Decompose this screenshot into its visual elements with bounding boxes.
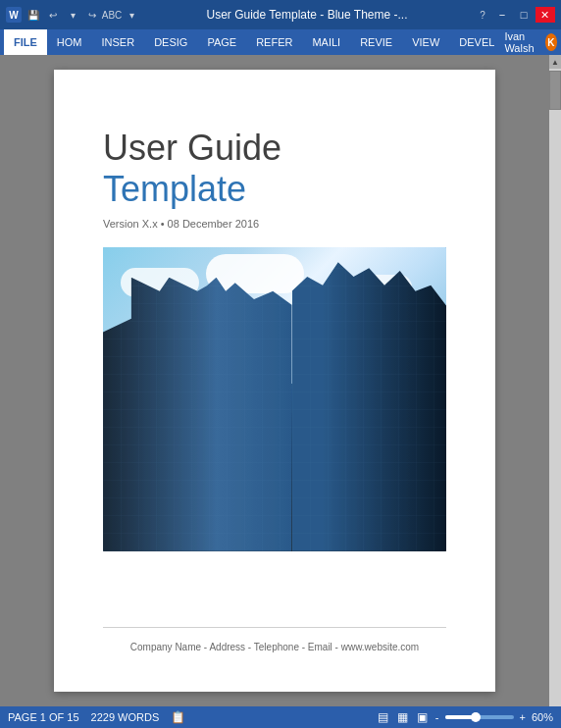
tab-developer[interactable]: DEVEL [449, 29, 504, 55]
minimize-button[interactable]: − [492, 7, 512, 23]
spelling-icon[interactable]: ABC [104, 7, 120, 23]
document-page: User Guide Template Version X.x • 08 Dec… [54, 70, 495, 692]
zoom-level: 60% [532, 711, 553, 723]
tab-insert[interactable]: INSER [92, 29, 145, 55]
tab-references[interactable]: REFER [246, 29, 302, 55]
user-name: Ivan Walsh [504, 30, 540, 54]
title-bar: W 💾 ↩ ▾ ↪ ABC ▾ User Guide Template - Bl… [0, 0, 561, 29]
save-icon[interactable]: 💾 [26, 7, 41, 23]
page-count: PAGE 1 OF 15 [8, 711, 79, 723]
tab-view[interactable]: VIEW [402, 29, 449, 55]
tab-design[interactable]: DESIG [144, 29, 197, 55]
word-count: 2229 WORDS [91, 711, 160, 723]
layout-icon-2[interactable]: ▦ [396, 710, 410, 724]
scroll-thumb[interactable] [549, 71, 561, 110]
help-button[interactable]: ? [475, 7, 490, 23]
maximize-button[interactable]: □ [514, 7, 534, 23]
tab-review[interactable]: REVIE [350, 29, 402, 55]
page-footer: Company Name - Address - Telephone - Ema… [103, 627, 446, 652]
page-title-line1: User Guide [103, 129, 446, 168]
quick-access-dropdown[interactable]: ▾ [124, 7, 139, 23]
undo-dropdown-icon[interactable]: ▾ [65, 7, 80, 23]
layout-icon-3[interactable]: ▣ [416, 710, 430, 724]
zoom-minus[interactable]: - [435, 711, 439, 723]
page-version: Version X.x • 08 December 2016 [103, 218, 446, 230]
tab-home[interactable]: HOM [47, 29, 92, 55]
tab-file[interactable]: FILE [4, 29, 47, 55]
scroll-up-arrow[interactable]: ▲ [549, 55, 561, 69]
building-left [103, 278, 292, 551]
tab-mailings[interactable]: MAILI [302, 29, 350, 55]
page-title-line2: Template [103, 168, 446, 210]
zoom-slider-handle[interactable] [471, 712, 481, 722]
user-avatar: K [545, 33, 557, 51]
ribbon: FILE HOM INSER DESIG PAGE REFER MAILI RE… [0, 29, 561, 55]
word-icon: W [6, 7, 22, 23]
document-area: User Guide Template Version X.x • 08 Dec… [0, 55, 561, 706]
redo-icon[interactable]: ↪ [84, 7, 100, 23]
grid-overlay-left [103, 278, 292, 551]
user-menu[interactable]: Ivan Walsh K [504, 30, 557, 54]
title-bar-left: W 💾 ↩ ▾ ↪ ABC ▾ [6, 7, 139, 23]
zoom-slider-fill [445, 715, 473, 719]
cover-image [103, 247, 446, 551]
status-bar-right: ▤ ▦ ▣ - + 60% [377, 710, 553, 724]
ribbon-tab-bar: FILE HOM INSER DESIG PAGE REFER MAILI RE… [0, 29, 561, 55]
grid-overlay-right [292, 262, 447, 551]
zoom-slider[interactable] [445, 715, 514, 719]
tab-page[interactable]: PAGE [197, 29, 246, 55]
proofing-icon[interactable]: 📋 [171, 710, 184, 724]
title-bar-controls: ? − □ ✕ [475, 7, 555, 23]
undo-icon[interactable]: ↩ [45, 7, 61, 23]
document-scroll[interactable]: User Guide Template Version X.x • 08 Dec… [0, 55, 549, 706]
zoom-plus[interactable]: + [520, 711, 526, 723]
building-right [292, 262, 447, 551]
close-button[interactable]: ✕ [536, 7, 555, 23]
title-bar-title: User Guide Template - Blue Theme -... [207, 8, 408, 22]
status-bar: PAGE 1 OF 15 2229 WORDS 📋 ▤ ▦ ▣ - + 60% [0, 706, 561, 728]
layout-icon-1[interactable]: ▤ [377, 710, 390, 724]
vertical-scrollbar[interactable]: ▲ [549, 55, 561, 706]
